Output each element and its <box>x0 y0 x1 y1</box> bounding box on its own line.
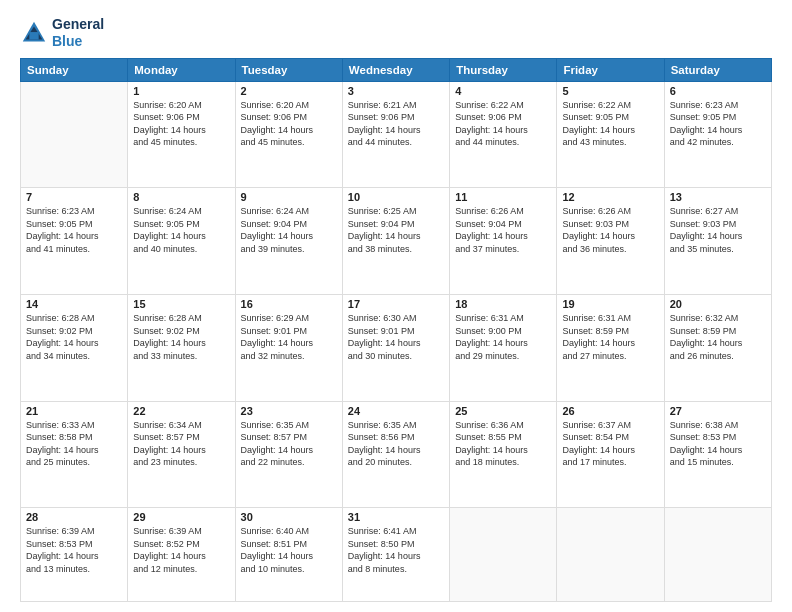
day-info: Sunrise: 6:20 AM Sunset: 9:06 PM Dayligh… <box>133 99 229 149</box>
calendar-cell: 26Sunrise: 6:37 AM Sunset: 8:54 PM Dayli… <box>557 401 664 508</box>
weekday-header-friday: Friday <box>557 58 664 81</box>
week-row-2: 14Sunrise: 6:28 AM Sunset: 9:02 PM Dayli… <box>21 294 772 401</box>
day-number: 2 <box>241 85 337 97</box>
calendar-cell <box>557 508 664 602</box>
day-number: 14 <box>26 298 122 310</box>
calendar-table: SundayMondayTuesdayWednesdayThursdayFrid… <box>20 58 772 602</box>
day-info: Sunrise: 6:27 AM Sunset: 9:03 PM Dayligh… <box>670 205 766 255</box>
calendar-cell: 15Sunrise: 6:28 AM Sunset: 9:02 PM Dayli… <box>128 294 235 401</box>
day-info: Sunrise: 6:26 AM Sunset: 9:04 PM Dayligh… <box>455 205 551 255</box>
day-number: 15 <box>133 298 229 310</box>
day-info: Sunrise: 6:36 AM Sunset: 8:55 PM Dayligh… <box>455 419 551 469</box>
calendar-cell: 24Sunrise: 6:35 AM Sunset: 8:56 PM Dayli… <box>342 401 449 508</box>
calendar-cell: 2Sunrise: 6:20 AM Sunset: 9:06 PM Daylig… <box>235 81 342 188</box>
day-info: Sunrise: 6:29 AM Sunset: 9:01 PM Dayligh… <box>241 312 337 362</box>
day-info: Sunrise: 6:38 AM Sunset: 8:53 PM Dayligh… <box>670 419 766 469</box>
day-info: Sunrise: 6:26 AM Sunset: 9:03 PM Dayligh… <box>562 205 658 255</box>
week-row-4: 28Sunrise: 6:39 AM Sunset: 8:53 PM Dayli… <box>21 508 772 602</box>
logo-text: General Blue <box>52 16 104 50</box>
calendar-cell: 25Sunrise: 6:36 AM Sunset: 8:55 PM Dayli… <box>450 401 557 508</box>
day-number: 3 <box>348 85 444 97</box>
day-info: Sunrise: 6:24 AM Sunset: 9:04 PM Dayligh… <box>241 205 337 255</box>
page: General Blue SundayMondayTuesdayWednesda… <box>0 0 792 612</box>
day-number: 1 <box>133 85 229 97</box>
calendar-cell: 5Sunrise: 6:22 AM Sunset: 9:05 PM Daylig… <box>557 81 664 188</box>
day-info: Sunrise: 6:31 AM Sunset: 8:59 PM Dayligh… <box>562 312 658 362</box>
calendar-cell: 21Sunrise: 6:33 AM Sunset: 8:58 PM Dayli… <box>21 401 128 508</box>
day-number: 7 <box>26 191 122 203</box>
day-number: 23 <box>241 405 337 417</box>
day-number: 11 <box>455 191 551 203</box>
day-info: Sunrise: 6:24 AM Sunset: 9:05 PM Dayligh… <box>133 205 229 255</box>
svg-rect-2 <box>29 32 38 39</box>
day-info: Sunrise: 6:22 AM Sunset: 9:06 PM Dayligh… <box>455 99 551 149</box>
day-number: 29 <box>133 511 229 523</box>
day-info: Sunrise: 6:28 AM Sunset: 9:02 PM Dayligh… <box>26 312 122 362</box>
day-info: Sunrise: 6:30 AM Sunset: 9:01 PM Dayligh… <box>348 312 444 362</box>
calendar-cell <box>21 81 128 188</box>
header: General Blue <box>20 16 772 50</box>
weekday-header-thursday: Thursday <box>450 58 557 81</box>
day-info: Sunrise: 6:40 AM Sunset: 8:51 PM Dayligh… <box>241 525 337 575</box>
weekday-header-sunday: Sunday <box>21 58 128 81</box>
logo-icon <box>20 19 48 47</box>
calendar-cell: 17Sunrise: 6:30 AM Sunset: 9:01 PM Dayli… <box>342 294 449 401</box>
day-info: Sunrise: 6:21 AM Sunset: 9:06 PM Dayligh… <box>348 99 444 149</box>
calendar-cell <box>664 508 771 602</box>
day-number: 4 <box>455 85 551 97</box>
calendar-cell: 3Sunrise: 6:21 AM Sunset: 9:06 PM Daylig… <box>342 81 449 188</box>
week-row-3: 21Sunrise: 6:33 AM Sunset: 8:58 PM Dayli… <box>21 401 772 508</box>
calendar-cell: 7Sunrise: 6:23 AM Sunset: 9:05 PM Daylig… <box>21 188 128 295</box>
day-number: 30 <box>241 511 337 523</box>
calendar-cell: 10Sunrise: 6:25 AM Sunset: 9:04 PM Dayli… <box>342 188 449 295</box>
calendar-cell: 11Sunrise: 6:26 AM Sunset: 9:04 PM Dayli… <box>450 188 557 295</box>
day-number: 27 <box>670 405 766 417</box>
day-info: Sunrise: 6:31 AM Sunset: 9:00 PM Dayligh… <box>455 312 551 362</box>
calendar-cell: 27Sunrise: 6:38 AM Sunset: 8:53 PM Dayli… <box>664 401 771 508</box>
weekday-header-saturday: Saturday <box>664 58 771 81</box>
day-number: 25 <box>455 405 551 417</box>
day-number: 26 <box>562 405 658 417</box>
calendar-cell <box>450 508 557 602</box>
calendar-cell: 4Sunrise: 6:22 AM Sunset: 9:06 PM Daylig… <box>450 81 557 188</box>
day-info: Sunrise: 6:23 AM Sunset: 9:05 PM Dayligh… <box>26 205 122 255</box>
day-number: 9 <box>241 191 337 203</box>
calendar-cell: 28Sunrise: 6:39 AM Sunset: 8:53 PM Dayli… <box>21 508 128 602</box>
day-info: Sunrise: 6:33 AM Sunset: 8:58 PM Dayligh… <box>26 419 122 469</box>
day-number: 5 <box>562 85 658 97</box>
calendar-cell: 1Sunrise: 6:20 AM Sunset: 9:06 PM Daylig… <box>128 81 235 188</box>
day-number: 31 <box>348 511 444 523</box>
day-number: 22 <box>133 405 229 417</box>
calendar-cell: 23Sunrise: 6:35 AM Sunset: 8:57 PM Dayli… <box>235 401 342 508</box>
calendar-cell: 14Sunrise: 6:28 AM Sunset: 9:02 PM Dayli… <box>21 294 128 401</box>
calendar-cell: 29Sunrise: 6:39 AM Sunset: 8:52 PM Dayli… <box>128 508 235 602</box>
day-info: Sunrise: 6:34 AM Sunset: 8:57 PM Dayligh… <box>133 419 229 469</box>
day-info: Sunrise: 6:35 AM Sunset: 8:56 PM Dayligh… <box>348 419 444 469</box>
logo: General Blue <box>20 16 104 50</box>
weekday-header-row: SundayMondayTuesdayWednesdayThursdayFrid… <box>21 58 772 81</box>
day-number: 17 <box>348 298 444 310</box>
calendar-cell: 6Sunrise: 6:23 AM Sunset: 9:05 PM Daylig… <box>664 81 771 188</box>
day-number: 10 <box>348 191 444 203</box>
day-info: Sunrise: 6:37 AM Sunset: 8:54 PM Dayligh… <box>562 419 658 469</box>
day-info: Sunrise: 6:28 AM Sunset: 9:02 PM Dayligh… <box>133 312 229 362</box>
day-number: 20 <box>670 298 766 310</box>
day-info: Sunrise: 6:35 AM Sunset: 8:57 PM Dayligh… <box>241 419 337 469</box>
day-info: Sunrise: 6:39 AM Sunset: 8:53 PM Dayligh… <box>26 525 122 575</box>
day-info: Sunrise: 6:25 AM Sunset: 9:04 PM Dayligh… <box>348 205 444 255</box>
day-number: 13 <box>670 191 766 203</box>
day-number: 19 <box>562 298 658 310</box>
day-number: 8 <box>133 191 229 203</box>
day-number: 24 <box>348 405 444 417</box>
calendar-cell: 13Sunrise: 6:27 AM Sunset: 9:03 PM Dayli… <box>664 188 771 295</box>
calendar-cell: 9Sunrise: 6:24 AM Sunset: 9:04 PM Daylig… <box>235 188 342 295</box>
day-info: Sunrise: 6:32 AM Sunset: 8:59 PM Dayligh… <box>670 312 766 362</box>
calendar-cell: 12Sunrise: 6:26 AM Sunset: 9:03 PM Dayli… <box>557 188 664 295</box>
calendar-cell: 22Sunrise: 6:34 AM Sunset: 8:57 PM Dayli… <box>128 401 235 508</box>
day-number: 16 <box>241 298 337 310</box>
day-number: 12 <box>562 191 658 203</box>
day-number: 18 <box>455 298 551 310</box>
weekday-header-wednesday: Wednesday <box>342 58 449 81</box>
calendar-cell: 31Sunrise: 6:41 AM Sunset: 8:50 PM Dayli… <box>342 508 449 602</box>
day-info: Sunrise: 6:22 AM Sunset: 9:05 PM Dayligh… <box>562 99 658 149</box>
